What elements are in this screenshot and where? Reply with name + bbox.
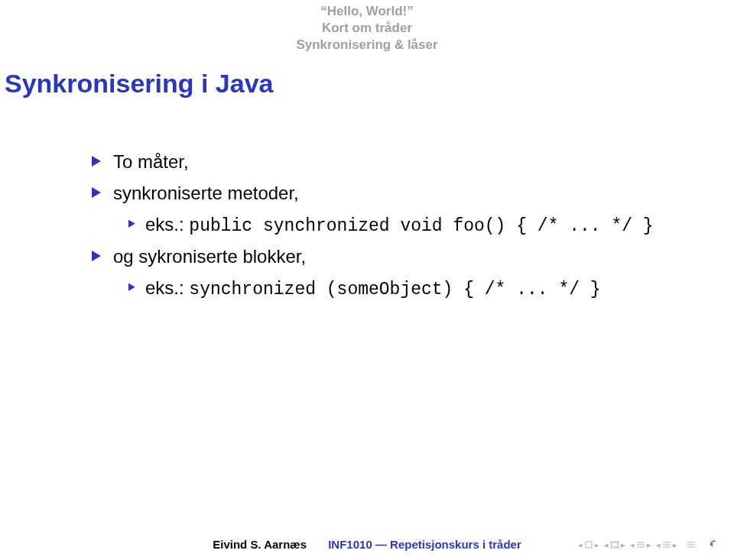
bullet-2a: eks.: public synchronized void foo() { /… [127, 212, 688, 239]
triangle-icon [92, 242, 102, 269]
caret-right-icon: ▸ [595, 541, 599, 549]
subsection-icon [610, 540, 619, 549]
nav-subsection[interactable]: ◂ ▸ [604, 540, 625, 549]
footer-course: INF1010 — Repetisjonskurs i tråder [328, 538, 521, 551]
caret-right-icon: ▸ [673, 541, 677, 549]
svg-marker-2 [128, 219, 135, 228]
bullet-3a-prefix: eks.: [145, 277, 189, 298]
svg-marker-4 [128, 283, 135, 291]
frame-icon [584, 540, 593, 549]
caret-left-icon: ◂ [578, 541, 583, 549]
footer-author: Eivind S. Aarnæs [213, 538, 307, 551]
svg-rect-7 [612, 542, 618, 547]
appendix-icon[interactable] [687, 540, 696, 549]
header-line-3: Synkronisering & låser [0, 37, 734, 53]
bullet-3-text: og sykroniserte blokker, [113, 246, 306, 267]
bullet-1-text: To måter, [113, 151, 189, 172]
svg-marker-3 [92, 251, 101, 261]
caret-left-icon: ◂ [630, 541, 635, 549]
header-line-2: Kort om tråder [0, 20, 734, 37]
header-line-1: “Hello, World!” [0, 3, 734, 20]
caret-right-icon: ▸ [621, 541, 625, 549]
bullet-2a-code: public synchronized void foo() { /* ... … [189, 216, 653, 236]
triangle-icon [92, 179, 102, 206]
triangle-icon [128, 277, 137, 296]
nav-section[interactable]: ◂ ▸ [630, 540, 651, 549]
svg-rect-5 [586, 542, 592, 548]
caret-right-icon: ▸ [647, 541, 651, 549]
bullet-3a-code: synchronized (someObject) { /* ... */ } [189, 280, 600, 299]
svg-marker-1 [92, 187, 101, 198]
slide-title: Synkronisering i Java [5, 69, 274, 99]
back-forward-icon[interactable] [708, 540, 717, 549]
caret-left-icon: ◂ [604, 541, 609, 549]
bullet-1: To måter, [92, 149, 688, 176]
bullet-2-text: synkroniserte metoder, [113, 183, 299, 203]
triangle-icon [128, 213, 137, 233]
slide-header: “Hello, World!” Kort om tråder Synkronis… [0, 3, 734, 53]
doc-icon [662, 540, 671, 549]
bullet-3a: eks.: synchronized (someObject) { /* ...… [127, 275, 688, 303]
bullet-2: synkroniserte metoder, [92, 180, 688, 207]
caret-left-icon: ◂ [656, 541, 661, 549]
nav-frame[interactable]: ◂ ▸ [578, 540, 599, 549]
beamer-navbar: ◂ ▸ ◂ ▸ ◂ ▸ ◂ [578, 540, 717, 549]
svg-marker-0 [92, 156, 101, 167]
nav-doc[interactable]: ◂ ▸ [656, 540, 677, 549]
triangle-icon [92, 147, 102, 174]
bullet-3: og sykroniserte blokker, [92, 244, 688, 270]
section-icon [636, 540, 645, 549]
bullet-2a-prefix: eks.: [145, 214, 189, 235]
slide-content: To måter, synkroniserte metoder, eks.: p… [92, 149, 688, 307]
